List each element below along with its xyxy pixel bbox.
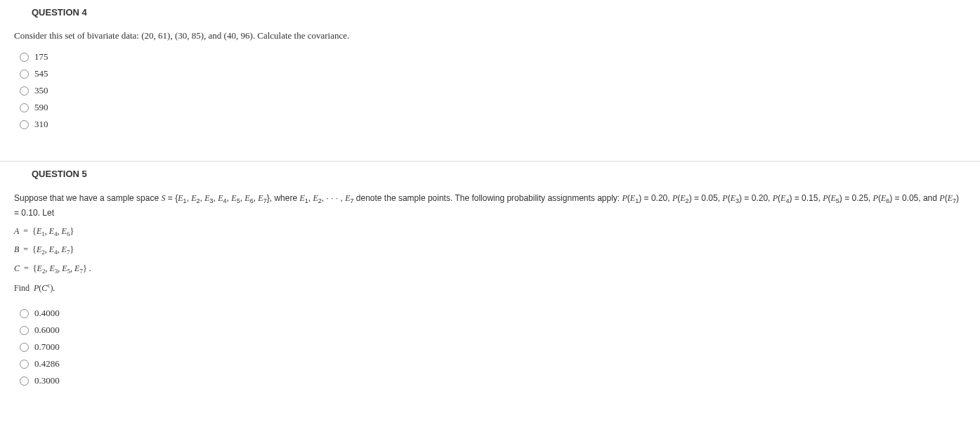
question-5-options: 0.4000 0.6000 0.7000 0.4286 0.3000 [14, 305, 966, 389]
option-row[interactable]: 0.6000 [20, 322, 966, 339]
option-row[interactable]: 0.7000 [20, 339, 966, 355]
set-a-definition: A = {E1, E4, E6} [14, 226, 966, 237]
set-b-definition: B = {E2, E4, E7} [14, 244, 966, 256]
option-row[interactable]: 350 [20, 82, 966, 99]
radio-icon[interactable] [20, 309, 29, 318]
option-label: 545 [34, 68, 48, 79]
radio-icon[interactable] [20, 103, 29, 112]
option-label: 0.7000 [34, 341, 60, 353]
radio-icon[interactable] [20, 86, 29, 96]
option-label: 175 [34, 51, 48, 63]
question-5-header: QUESTION 5 [14, 169, 966, 179]
option-row[interactable]: 0.4000 [20, 305, 966, 322]
option-row[interactable]: 310 [20, 116, 966, 133]
option-row[interactable]: 0.3000 [20, 372, 966, 389]
option-label: 590 [34, 102, 48, 113]
question-4-options: 175 545 350 590 310 [14, 48, 966, 133]
radio-icon[interactable] [20, 343, 29, 352]
find-prompt: Find P(Cc). [14, 282, 966, 294]
option-label: 0.4286 [34, 358, 60, 369]
option-row[interactable]: 590 [20, 99, 966, 116]
option-label: 310 [34, 119, 48, 130]
radio-icon[interactable] [20, 120, 29, 129]
radio-icon[interactable] [20, 70, 29, 79]
question-5-text: Suppose that we have a sample space S = … [14, 192, 966, 219]
option-row[interactable]: 175 [20, 48, 966, 65]
option-label: 0.4000 [34, 308, 60, 319]
question-4-block: QUESTION 4 Consider this set of bivariat… [0, 0, 980, 147]
question-5-block: QUESTION 5 Suppose that we have a sample… [0, 162, 980, 403]
radio-icon[interactable] [20, 53, 29, 62]
radio-icon[interactable] [20, 360, 29, 369]
question-4-text: Consider this set of bivariate data: (20… [14, 30, 966, 41]
set-c-definition: C = {E2, E3, E5, E7} . [14, 263, 966, 275]
q5-intro1: Suppose that we have a sample space [14, 193, 161, 203]
option-row[interactable]: 0.4286 [20, 355, 966, 372]
radio-icon[interactable] [20, 326, 29, 335]
radio-icon[interactable] [20, 377, 29, 386]
question-4-header: QUESTION 4 [14, 7, 966, 18]
option-row[interactable]: 545 [20, 65, 966, 82]
option-label: 0.6000 [34, 325, 60, 336]
option-label: 0.3000 [34, 375, 60, 386]
option-label: 350 [34, 85, 48, 96]
